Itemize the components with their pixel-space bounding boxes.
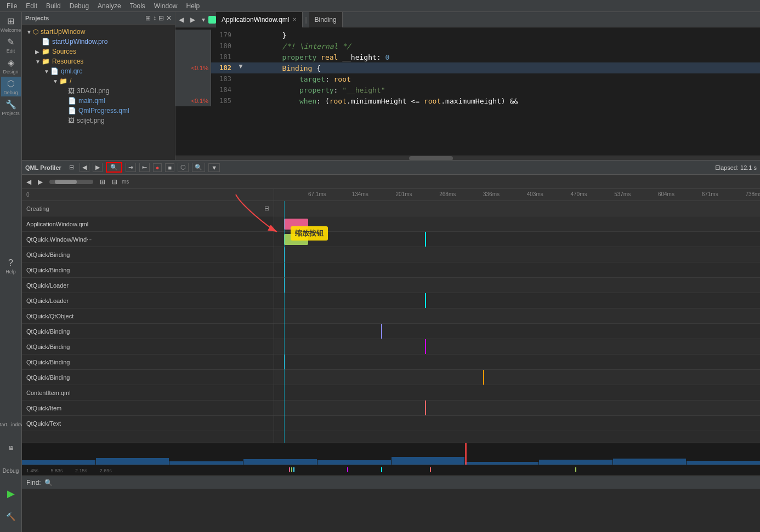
zoom-slider[interactable] xyxy=(49,180,93,184)
menu-debug[interactable]: Debug xyxy=(65,1,93,11)
expand-arrow: ▼ xyxy=(26,29,32,35)
timeline-row-qtobject xyxy=(274,308,760,324)
tab-forward-btn[interactable]: ▶ xyxy=(187,12,198,27)
sidebar-item-debug[interactable]: ⬡ Debug xyxy=(1,77,21,96)
ruler-origin: 0 xyxy=(26,192,30,198)
tab-binding[interactable]: Binding xyxy=(309,12,343,27)
code-editor: ◀ ▶ ▾ ApplicationWindow.qml ✕ | Binding xyxy=(175,12,760,160)
row-label-binding2[interactable]: QtQuick/Binding xyxy=(22,262,274,278)
profiler-filter-btn[interactable]: ▼ xyxy=(208,163,220,172)
sidebar-actions: ⊞ ↕ ⊟ ✕ xyxy=(145,14,172,22)
sidebar-item-projects[interactable]: 🔧 Projects xyxy=(1,98,21,117)
code-scroll-bar[interactable] xyxy=(175,156,760,160)
profiler-nav-back-btn[interactable]: ◀ xyxy=(80,163,89,172)
profiler-expand-btn[interactable]: ⊟ xyxy=(67,163,76,171)
prof-select-range-btn[interactable]: ⊟ xyxy=(110,178,120,186)
tab-dropdown-btn[interactable]: ▾ xyxy=(198,12,208,27)
folder-icon: 📁 xyxy=(42,48,50,55)
code-line-179: 179 } xyxy=(175,30,760,41)
line-num-179: 179 xyxy=(211,30,236,41)
row-label-qtquickwindow[interactable]: QtQuick.Window/Wind··· xyxy=(22,232,274,247)
menu-window[interactable]: Window xyxy=(150,1,182,11)
menu-analyze[interactable]: Analyze xyxy=(93,1,126,11)
design-icon: ◈ xyxy=(8,58,14,68)
sidebar-filter-btn[interactable]: ⊞ xyxy=(145,14,151,22)
section-collapse-btn[interactable]: ⊟ xyxy=(264,205,269,212)
start-window-btn[interactable]: start...indow xyxy=(1,415,21,434)
prof-fwd-btn[interactable]: ▶ xyxy=(36,178,45,186)
sidebar-sync-btn[interactable]: ↕ xyxy=(153,14,156,22)
zoom-slider-thumb[interactable] xyxy=(55,180,77,184)
tab-applicationwindow[interactable]: ApplicationWindow.qml ✕ xyxy=(216,12,303,27)
tree-item-sources[interactable]: ▶ 📁 Sources xyxy=(22,47,175,56)
line-num-184: 184 xyxy=(211,84,236,95)
tree-item-pro[interactable]: 📄 startUpWindow.pro xyxy=(22,37,175,47)
profiler-fit-btn[interactable]: ⇥ xyxy=(126,163,136,172)
projects-icon: 🔧 xyxy=(5,99,16,110)
mini-tick-4 xyxy=(347,467,348,472)
tree-item-3daoi[interactable]: 🖼 3DAOI.png xyxy=(22,86,175,96)
tab-close-applicationwindow[interactable]: ✕ xyxy=(292,16,297,22)
row-label-binding5[interactable]: QtQuick/Binding xyxy=(22,354,274,370)
line-perf-184 xyxy=(175,84,211,95)
sidebar-item-welcome[interactable]: ⊞ Welcome xyxy=(1,14,21,34)
top-section: Projects ⊞ ↕ ⊟ ✕ ▼ ⬡ startUpWindow xyxy=(22,12,760,160)
timeline-unit-label: ms xyxy=(122,179,129,185)
profiler-record-btn[interactable]: ● xyxy=(153,163,162,172)
tree-item-scijet[interactable]: 🖼 scijet.png xyxy=(22,116,175,125)
timeline-row-binding5 xyxy=(274,354,760,370)
rows-labels: Creating ⊟ ApplicationWindow.qml QtQuick… xyxy=(22,201,274,443)
row-label-binding1[interactable]: QtQuick/Binding xyxy=(22,247,274,262)
profiler-search-btn[interactable]: 🔍 xyxy=(192,163,205,172)
sidebar-item-design[interactable]: ◈ Design xyxy=(1,56,21,76)
profiler-attach-btn[interactable]: ⬡ xyxy=(178,163,189,172)
content-area: Projects ⊞ ↕ ⊟ ✕ ▼ ⬡ startUpWindow xyxy=(22,12,760,532)
profiler-stop-btn[interactable]: ■ xyxy=(165,163,174,172)
profiler-zoom-btn[interactable]: 🔍 xyxy=(106,162,122,173)
sidebar-close-btn[interactable]: ✕ xyxy=(166,14,172,22)
row-label-appwindow[interactable]: ApplicationWindow.qml xyxy=(22,216,274,232)
row-label-binding6[interactable]: QtQuick/Binding xyxy=(22,370,274,385)
monitor-icon-btn[interactable]: 🖥 xyxy=(1,438,21,457)
tree-item-main-qml[interactable]: 📄 main.qml xyxy=(22,96,175,106)
row-label-loader2[interactable]: QtQuick/Loader xyxy=(22,293,274,308)
row-label-binding3[interactable]: QtQuick/Binding xyxy=(22,324,274,339)
sidebar-collapse-btn[interactable]: ⊟ xyxy=(158,14,164,22)
timeline-ruler: 0 67.1ms134ms201ms268ms336ms403ms470ms53… xyxy=(22,189,760,201)
profiler-nav-fwd-btn[interactable]: ▶ xyxy=(93,163,103,172)
find-label: Find: xyxy=(26,479,41,487)
menu-file[interactable]: File xyxy=(2,1,21,11)
menu-edit[interactable]: Edit xyxy=(21,1,42,11)
bottom-debug-btn[interactable]: Debug xyxy=(1,461,21,480)
tree-item-startupwindow[interactable]: ▼ ⬡ startUpWindow xyxy=(22,27,175,37)
prof-fit-all-btn[interactable]: ⊞ xyxy=(98,178,107,186)
line-binding4 xyxy=(425,339,426,354)
profiler-select-btn[interactable]: ⇤ xyxy=(139,163,150,172)
expand-arrow: ▼ xyxy=(53,78,58,84)
mini-overview[interactable] xyxy=(22,443,760,465)
menu-build[interactable]: Build xyxy=(42,1,65,11)
mini-tick-row: 1.45s 5.83s 2.15s 2.69s xyxy=(22,465,760,476)
row-label-item[interactable]: QtQuick/Item xyxy=(22,401,274,416)
tab-back-btn[interactable]: ◀ xyxy=(175,12,187,27)
qrc-label: qml.qrc xyxy=(61,67,82,75)
menu-tools[interactable]: Tools xyxy=(126,1,150,11)
row-label-contentitem[interactable]: ContentItem.qml xyxy=(22,385,274,401)
tree-item-qmlprogress[interactable]: 📄 QmlProgress.qml xyxy=(22,106,175,116)
row-label-qtobject[interactable]: QtQuick/QtObject xyxy=(22,308,274,324)
sidebar-item-edit[interactable]: ✎ Edit xyxy=(1,35,21,55)
line-perf-183 xyxy=(175,73,211,84)
sidebar-item-help[interactable]: ? Help xyxy=(1,256,21,276)
row-label-binding4[interactable]: QtQuick/Binding xyxy=(22,339,274,354)
menu-help[interactable]: Help xyxy=(182,1,205,11)
timeline-row-binding1 xyxy=(274,247,760,262)
tree-item-resources[interactable]: ▼ 📁 Resources xyxy=(22,56,175,66)
build-btn[interactable]: 🔨 xyxy=(1,507,21,527)
mini-tick-labels: 1.45s 5.83s 2.15s 2.69s xyxy=(22,468,274,473)
row-label-loader1[interactable]: QtQuick/Loader xyxy=(22,278,274,293)
play-btn[interactable]: ▶ xyxy=(1,484,21,504)
row-label-text[interactable]: QtQuick/Text xyxy=(22,416,274,431)
prof-back-btn[interactable]: ◀ xyxy=(24,178,33,186)
tree-item-qmlqrc[interactable]: ▼ 📄 qml.qrc xyxy=(22,66,175,76)
tree-item-root-folder[interactable]: ▼ 📁 / xyxy=(22,76,175,86)
